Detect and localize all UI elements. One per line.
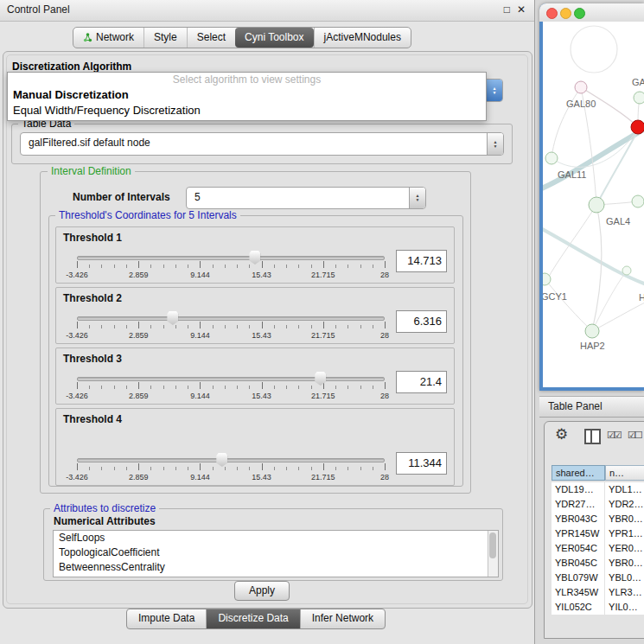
table-cell[interactable]: YIL052C [552,600,605,615]
float-window-icon[interactable]: □ [504,3,510,16]
table-row[interactable]: YBL079WYBL0… [552,571,644,585]
network-node[interactable] [545,152,558,164]
threshold-panel-1: Threshold 1-3.4262.8599.14415.4321.71528… [55,226,455,284]
threshold-slider[interactable]: -3.4262.8599.14415.4321.71528 [77,288,385,343]
network-canvas[interactable]: GAL80GAGAL11GAL4GCY1HAP2H [543,22,644,387]
column-header[interactable]: n… [605,465,644,481]
network-edge[interactable] [596,131,638,205]
tab-select[interactable]: Select [187,28,235,48]
table-panel-header: Table Panel [539,396,644,418]
attributes-scrollbar[interactable] [488,531,498,577]
minimize-traffic-light-icon[interactable] [560,8,571,19]
attribute-item-selfloops[interactable]: SelfLoops [54,531,498,545]
algorithm-option-manual-discretization[interactable]: Manual Discretization [8,87,486,103]
slider-tick-labels: -3.4262.8599.14415.4321.71528 [77,473,385,482]
network-node[interactable] [543,273,551,285]
network-node[interactable] [632,195,644,207]
table-row[interactable]: YBR045CYBR0… [552,556,644,571]
checkbox-function-icon[interactable]: ☑☐ [628,430,641,441]
threshold-value-field[interactable]: 6.316 [396,310,447,333]
table-cell[interactable]: YER054C [552,541,605,556]
table-cell[interactable]: YDL1… [605,482,644,497]
threshold-value-field[interactable]: 21.4 [396,371,447,393]
table-row[interactable]: YER054CYER0… [552,541,644,556]
network-node[interactable] [585,324,599,338]
threshold-slider[interactable]: -3.4262.8599.14415.4321.71528 [77,348,385,404]
table-cell[interactable]: YER0… [605,541,644,556]
threshold-slider[interactable]: -3.4262.8599.14415.4321.71528 [77,227,385,283]
table-cell[interactable]: YBL0… [605,571,644,585]
table-cell[interactable]: YDR2… [605,497,644,512]
table-cell[interactable]: YBR0… [605,556,644,571]
slider-track[interactable] [77,316,385,321]
network-node-label: GA [632,77,644,87]
column-header[interactable]: shared… [552,465,605,481]
network-edge[interactable] [546,281,592,331]
table-cell[interactable]: YDL19… [552,482,605,497]
table-cell[interactable]: YBR045C [552,556,605,571]
combobox-stepper-icon[interactable]: ▲▼ [486,80,502,101]
table-cell[interactable]: YBR043C [552,512,605,526]
table-row[interactable]: YIL052CYIL0… [552,600,644,615]
table-cell[interactable]: YPR1… [605,526,644,541]
apply-button[interactable]: Apply [234,581,290,601]
table-cell[interactable]: YLR3… [605,585,644,600]
table-cell[interactable]: YBR0… [605,512,644,526]
network-edge[interactable] [592,205,602,331]
table-row[interactable]: YBR043CYBR0… [552,512,644,526]
table-cell[interactable]: YBL079W [552,571,605,585]
table-row[interactable]: YLR345WYLR3… [552,585,644,600]
checkbox-pair-icon[interactable]: ☑☑ [607,430,621,441]
network-node[interactable] [622,266,631,275]
threshold-value-field[interactable]: 14.713 [396,250,447,272]
close-traffic-light-icon[interactable] [546,8,558,19]
attributes-group-label: Attributes to discretize [50,503,159,514]
table-cell[interactable]: YPR145W [552,526,605,541]
combobox-stepper-icon[interactable]: ▲▼ [487,133,503,155]
tab-network[interactable]: Network [73,28,143,48]
algorithm-option-equal-width-frequency-discretization[interactable]: Equal Width/Frequency Discretization [8,103,486,118]
zoom-traffic-light-icon[interactable] [574,8,585,19]
slider-track[interactable] [77,377,385,381]
threshold-value-field[interactable]: 11.344 [396,452,447,475]
attribute-item-topologicalcoefficient[interactable]: TopologicalCoefficient [54,545,498,560]
algorithm-placeholder-option: Select algorithm to view settings [8,73,486,87]
network-window-titlebar [539,3,644,22]
table-row[interactable]: YDL19…YDL1… [552,482,644,497]
bottom-tab-discretize-data[interactable]: Discretize Data [206,609,299,628]
bottom-tab-impute-data[interactable]: Impute Data [127,609,206,628]
network-edge[interactable] [543,226,644,286]
table-cell[interactable]: YDR27… [552,497,605,512]
table-cell[interactable]: YLR345W [552,585,605,600]
table-cell[interactable]: YIL0… [605,600,644,615]
attribute-item-betweennesscentrality[interactable]: BetweennessCentrality [54,560,498,575]
gear-icon[interactable]: ⚙ [555,425,568,443]
table-rows: YDL19…YDL1…YDR27…YDR2…YBR043CYBR0…YPR145… [552,482,644,615]
table-row[interactable]: YDR27…YDR2… [552,497,644,512]
tab-cyni-toolbox[interactable]: Cyni Toolbox [235,28,313,48]
slider-track[interactable] [77,458,385,462]
combobox-stepper-icon[interactable]: ▲▼ [409,188,425,208]
network-node[interactable] [631,120,644,134]
network-edge[interactable] [571,26,617,73]
close-icon[interactable]: ✕ [517,3,526,16]
tab-style[interactable]: Style [143,28,187,48]
network-node[interactable] [634,92,644,104]
tab-label: Cyni Toolbox [245,29,303,47]
network-edge[interactable] [543,125,644,191]
tab-jactivemnodules[interactable]: jActiveMNodules [314,28,411,48]
table-columns-icon[interactable] [584,429,601,444]
slider-tick-labels: -3.4262.8599.14415.4321.71528 [77,331,385,341]
number-of-intervals-combobox[interactable]: 5 ▲▼ [186,187,426,209]
bottom-tab-infer-network[interactable]: Infer Network [300,609,385,628]
network-node[interactable] [575,81,587,93]
network-edge[interactable] [546,205,596,281]
threshold-slider[interactable]: -3.4262.8599.14415.4321.71528 [77,409,385,485]
number-of-intervals-value: 5 [194,188,201,207]
slider-track[interactable] [77,256,385,260]
table-row[interactable]: YPR145WYPR1… [552,526,644,541]
scrollbar-thumb[interactable] [489,532,496,558]
network-node[interactable] [589,197,604,213]
algorithm-dropdown-popup: Select algorithm to view settings Manual… [7,72,487,121]
table-data-combobox[interactable]: galFiltered.sif default node ▲▼ [20,132,504,156]
